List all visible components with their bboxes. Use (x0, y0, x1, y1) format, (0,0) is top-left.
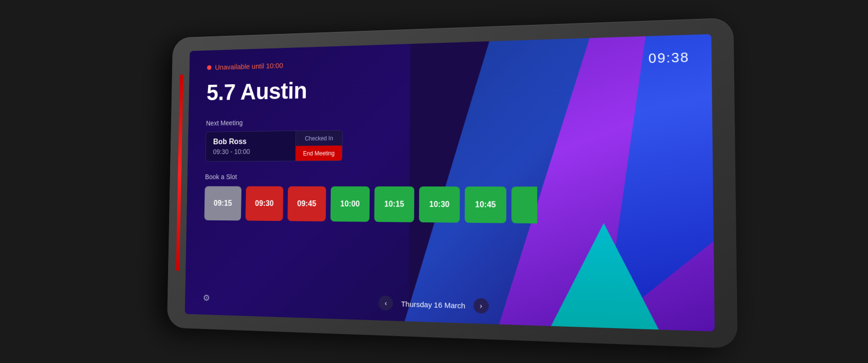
status-unavailable: Unavailable until 10:00 (207, 61, 283, 71)
meeting-info: Bob Ross 09:30 - 10:00 (206, 131, 295, 162)
date-nav: ‹ Thursday 16 March › (379, 295, 489, 314)
screen: Unavailable until 10:00 09:38 5.7 Austin… (185, 34, 714, 331)
screen-content: Unavailable until 10:00 09:38 5.7 Austin… (185, 34, 714, 331)
next-date-button[interactable]: › (473, 298, 489, 314)
slot-button-0945[interactable]: 09:45 (287, 186, 326, 221)
status-dot (207, 65, 212, 70)
slot-button-1000[interactable]: 10:00 (330, 186, 370, 222)
red-strip (176, 74, 184, 271)
settings-icon[interactable]: ⚙ (203, 293, 210, 304)
date-text: Thursday 16 March (401, 299, 465, 310)
slot-button-1015[interactable]: 10:15 (374, 186, 414, 222)
slot-button-1030[interactable]: 10:30 (419, 186, 460, 223)
meeting-actions: Checked In End Meeting (295, 131, 342, 161)
slot-button-0915[interactable]: 09:15 (204, 186, 241, 220)
slot-button-partial[interactable] (511, 186, 537, 223)
slot-button-1045[interactable]: 10:45 (465, 186, 506, 223)
tablet-frame: Unavailable until 10:00 09:38 5.7 Austin… (167, 17, 738, 349)
meeting-time: 09:30 - 10:00 (213, 148, 288, 156)
slot-row: 09:15 09:30 09:45 10:00 10:15 10:30 10:4… (204, 186, 691, 225)
meeting-card: Bob Ross 09:30 - 10:00 Checked In End Me… (206, 130, 343, 162)
status-text: Unavailable until 10:00 (215, 61, 283, 71)
time-display: 09:38 (649, 49, 689, 66)
book-slot-label: Book a Slot (205, 172, 691, 181)
bottom-bar: ⚙ ‹ Thursday 16 March › (203, 291, 692, 320)
prev-date-button[interactable]: ‹ (379, 295, 393, 311)
meeting-name: Bob Ross (213, 137, 288, 146)
end-meeting-button[interactable]: End Meeting (296, 146, 342, 161)
checked-in-badge: Checked In (296, 131, 342, 146)
device-wrapper: Unavailable until 10:00 09:38 5.7 Austin… (135, 17, 733, 346)
slot-button-0930[interactable]: 09:30 (245, 186, 283, 221)
next-meeting-label: Next Meeting (206, 112, 690, 127)
